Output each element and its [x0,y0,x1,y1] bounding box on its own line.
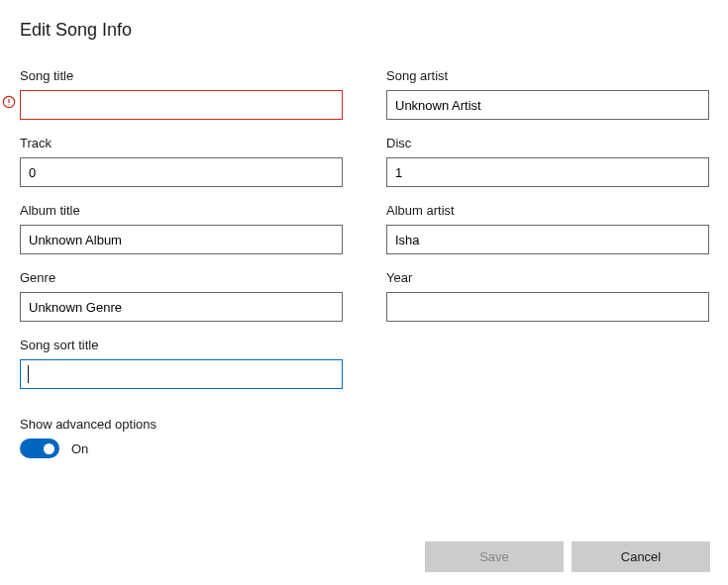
song-title-label: Song title [20,68,343,83]
advanced-options-block: Show advanced options On [20,417,708,458]
genre-label: Genre [20,270,343,285]
error-icon [2,95,16,109]
album-title-input[interactable] [20,225,343,254]
disc-label: Disc [386,136,709,150]
disc-input[interactable] [386,157,709,187]
field-song-title: Song title [20,68,343,120]
form-grid: Song title Song artist Track Disc Album … [20,68,708,389]
svg-point-2 [8,104,9,105]
field-album-title: Album title [20,203,343,254]
song-artist-input[interactable] [386,90,709,120]
save-button[interactable]: Save [425,541,564,572]
album-title-label: Album title [20,203,343,218]
advanced-options-state: On [71,441,88,456]
year-label: Year [386,270,709,285]
song-artist-label: Song artist [386,68,709,83]
song-title-input[interactable] [20,90,343,120]
field-genre: Genre [20,270,343,322]
genre-input[interactable] [20,292,343,322]
track-label: Track [20,136,343,150]
year-input[interactable] [386,292,709,322]
track-input[interactable] [20,157,343,187]
advanced-options-toggle[interactable] [20,439,59,458]
cancel-button[interactable]: Cancel [572,541,710,572]
field-song-artist: Song artist [386,68,709,120]
song-sort-title-label: Song sort title [20,338,343,352]
album-artist-input[interactable] [386,225,709,254]
field-album-artist: Album artist [386,203,709,254]
song-sort-title-input[interactable] [20,359,343,389]
field-year: Year [386,270,709,322]
dialog-button-row: Save Cancel [425,541,710,572]
field-track: Track [20,136,343,187]
field-song-sort-title: Song sort title [20,338,343,389]
dialog-title: Edit Song Info [20,20,708,41]
advanced-options-label: Show advanced options [20,417,708,432]
album-artist-label: Album artist [386,203,709,218]
toggle-knob [44,443,54,454]
field-disc: Disc [386,136,709,187]
